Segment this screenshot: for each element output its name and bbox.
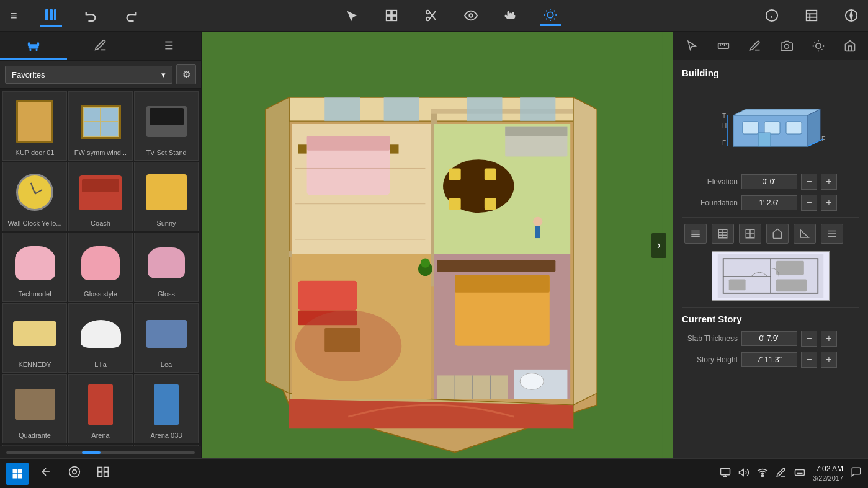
sun-tool-icon[interactable] (540, 6, 561, 26)
library-icon[interactable] (40, 5, 62, 27)
screen-sys-icon[interactable] (720, 467, 731, 480)
sun-right-tab[interactable] (807, 36, 830, 56)
list-item[interactable]: Quadrante (2, 374, 67, 443)
list-item[interactable]: FW symm wind... (68, 91, 133, 161)
notification-icon[interactable] (851, 466, 862, 481)
list-item[interactable]: Lilia (68, 303, 133, 373)
slab-thickness-input[interactable] (741, 331, 797, 346)
story-height-input[interactable] (741, 352, 797, 367)
divider2 (682, 307, 859, 308)
svg-rect-31 (30, 49, 32, 51)
system-clock[interactable]: 7:02 AM 3/22/2017 (813, 464, 843, 483)
slab-thickness-row: Slab Thickness − + (682, 331, 859, 347)
hand-tool-icon[interactable] (500, 6, 521, 25)
svg-rect-70 (455, 275, 550, 293)
svg-rect-6 (392, 16, 396, 20)
list-item[interactable]: Arena (68, 374, 133, 443)
item-thumb-gloss (141, 238, 191, 288)
list-item[interactable]: Sunny (134, 162, 199, 231)
select-tab[interactable] (681, 36, 703, 56)
settings-button[interactable]: ⚙ (176, 64, 196, 84)
list-item[interactable]: Coach (68, 162, 133, 231)
list-item[interactable]: Lea (134, 303, 199, 373)
svg-rect-63 (449, 168, 461, 180)
list-item[interactable]: KUP door 01 (2, 91, 67, 161)
eye-icon[interactable] (460, 6, 481, 25)
list-item[interactable]: Arena 033 (134, 374, 199, 443)
home-tab[interactable] (839, 36, 861, 56)
clock-date: 3/22/2017 (813, 474, 843, 482)
item-thumb-fw-window (76, 97, 125, 146)
view-rows-icon[interactable] (684, 224, 707, 244)
svg-rect-71 (437, 260, 556, 272)
list-item[interactable]: Techmodel (2, 233, 67, 302)
svg-rect-64 (485, 168, 496, 180)
svg-marker-44 (573, 97, 597, 405)
list-item[interactable]: Gloss (134, 233, 199, 302)
start-button[interactable] (6, 463, 29, 485)
list-tab[interactable] (134, 32, 201, 60)
undo-icon[interactable] (81, 6, 102, 25)
style-tab[interactable] (67, 32, 134, 60)
camera-tab[interactable] (776, 36, 798, 56)
svg-rect-65 (449, 198, 461, 210)
keyboard-sys-icon[interactable] (794, 467, 805, 480)
info-tool-icon[interactable] (761, 6, 782, 25)
story-height-plus-btn[interactable]: + (821, 352, 837, 368)
floor-plan-icon[interactable] (801, 6, 822, 25)
item-label: Lea (137, 361, 195, 368)
view-angle-icon[interactable] (794, 224, 816, 244)
scissor-icon[interactable] (421, 6, 442, 25)
view-table-icon[interactable] (712, 224, 734, 244)
furniture-tab[interactable] (0, 32, 67, 60)
compass-tool-icon[interactable] (841, 6, 862, 25)
pen-sys-icon[interactable] (776, 467, 787, 480)
group-icon[interactable] (381, 6, 402, 25)
menu-icon[interactable]: ≡ (6, 6, 21, 25)
back-button[interactable] (35, 463, 57, 484)
pen-tab[interactable] (744, 36, 766, 56)
elevation-plus-btn[interactable]: + (821, 174, 837, 190)
list-item[interactable]: TV Set Stand (134, 91, 199, 161)
scroll-thumb[interactable] (82, 451, 101, 454)
left-panel-tabs (0, 32, 201, 61)
network-sys-icon[interactable] (757, 467, 768, 480)
elevation-minus-btn[interactable]: − (801, 174, 817, 190)
favorites-dropdown[interactable]: Favorites ▾ (5, 66, 172, 84)
cortana-button[interactable] (63, 463, 86, 484)
svg-rect-2 (54, 9, 56, 20)
center-canvas[interactable]: › (202, 32, 673, 458)
item-thumb-lea (141, 309, 191, 358)
canvas-expand-arrow[interactable]: › (651, 233, 666, 258)
view-table2-icon[interactable] (739, 224, 761, 244)
item-thumb-kennedy (10, 309, 60, 358)
svg-rect-108 (764, 122, 780, 134)
svg-rect-90 (718, 43, 728, 48)
item-thumb-arena033 (141, 379, 191, 429)
redo-icon[interactable] (120, 6, 141, 25)
foundation-plus-btn[interactable]: + (821, 195, 837, 211)
list-item[interactable]: Gloss style (68, 233, 133, 302)
task-view-button[interactable] (92, 463, 114, 484)
sound-sys-icon[interactable] (738, 467, 749, 480)
story-height-row: Story Height − + (682, 352, 859, 368)
ruler-tab[interactable] (712, 36, 735, 56)
scroll-track[interactable] (6, 451, 195, 454)
story-height-minus-btn[interactable]: − (801, 352, 817, 368)
taskbar: 7:02 AM 3/22/2017 (0, 458, 868, 488)
foundation-input[interactable] (741, 195, 797, 210)
foundation-minus-btn[interactable]: − (801, 195, 817, 211)
svg-rect-137 (776, 279, 807, 291)
view-house-icon[interactable] (766, 224, 789, 244)
elevation-input[interactable] (741, 174, 797, 189)
svg-rect-66 (485, 198, 496, 210)
view-list-icon[interactable] (821, 224, 843, 244)
item-thumb-gloss-style (76, 238, 125, 288)
svg-text:T: T (722, 113, 726, 120)
slab-plus-btn[interactable]: + (821, 331, 837, 347)
item-label: Arena (71, 432, 130, 439)
list-item[interactable]: Wall Clock Yello... (2, 162, 67, 231)
select-cursor-icon[interactable] (341, 6, 362, 25)
list-item[interactable]: KENNEDY (2, 303, 67, 373)
slab-minus-btn[interactable]: − (801, 331, 817, 347)
